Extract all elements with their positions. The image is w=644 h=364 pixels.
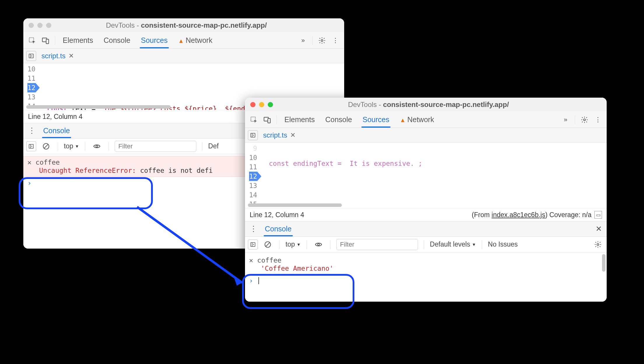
settings-icon[interactable] — [579, 114, 590, 126]
console-output[interactable]: ✕coffee 'Coffee Americano' › — [245, 252, 607, 302]
titlebar: DevTools - consistent-source-map-pc.netl… — [245, 98, 607, 112]
kebab-icon[interactable]: ⋮ — [592, 114, 604, 126]
error-icon: ✕ — [27, 159, 32, 166]
close-file-icon[interactable]: ✕ — [290, 131, 295, 139]
eval-expression: coffee — [257, 256, 281, 264]
svg-point-21 — [318, 243, 320, 245]
inspect-icon[interactable] — [248, 114, 260, 126]
show-navigator-icon[interactable] — [248, 130, 258, 140]
coverage-icon[interactable]: ▭ — [594, 211, 602, 219]
devtools-window-b: DevTools - consistent-source-map-pc.netl… — [245, 98, 607, 302]
devtools-tabs: Elements Console Sources Network » ⋮ — [245, 112, 607, 128]
devtools-tabs: Elements Console Sources Network » ⋮ — [23, 32, 344, 49]
file-tabs: script.ts✕ — [245, 128, 607, 143]
tab-sources[interactable]: Sources — [361, 112, 391, 127]
zoom-dot[interactable] — [46, 23, 51, 28]
status-bar: Line 12, Column 4 (From index.a8c1ec6b.j… — [245, 208, 607, 221]
window-title: DevTools - consistent-source-map-pc.netl… — [51, 21, 339, 29]
tab-console[interactable]: Console — [324, 112, 353, 127]
file-tab-script[interactable]: script.ts✕ — [39, 51, 76, 61]
svg-rect-13 — [268, 118, 270, 123]
svg-line-23 — [137, 207, 242, 283]
console-prompt[interactable]: › — [245, 275, 607, 287]
traffic-lights — [29, 23, 51, 28]
clear-console-icon[interactable] — [40, 140, 52, 152]
source-map-link[interactable]: index.a8c1ec6b.js — [491, 211, 545, 219]
svg-point-10 — [96, 145, 98, 147]
console-drawer-header: ⋮ Console ✕ — [245, 221, 607, 237]
error-expression: coffee — [36, 159, 60, 166]
tab-network[interactable]: Network — [399, 112, 435, 127]
kebab-icon[interactable]: ⋮ — [330, 35, 341, 46]
tab-sources[interactable]: Sources — [140, 33, 169, 48]
eval-result: 'Coffee Americano' — [249, 265, 603, 272]
tab-console[interactable]: Console — [102, 33, 132, 48]
code-editor[interactable]: 9 10 11 12 13 14 15 const endingText = I… — [245, 143, 607, 208]
filter-input[interactable] — [336, 239, 418, 250]
close-dot[interactable] — [250, 102, 256, 107]
show-navigator-icon[interactable] — [26, 51, 36, 61]
log-levels[interactable]: Def — [208, 142, 219, 150]
device-icon[interactable] — [40, 35, 51, 46]
file-tab-script[interactable]: script.ts✕ — [261, 130, 298, 140]
device-icon[interactable] — [261, 114, 273, 126]
line-gutter: 9 10 11 12 13 14 15 — [245, 143, 260, 208]
svg-point-14 — [584, 119, 586, 121]
context-selector[interactable]: top ▼ — [64, 142, 79, 150]
live-expression-icon[interactable] — [91, 140, 103, 152]
horizontal-scrollbar[interactable] — [26, 105, 171, 109]
tab-elements[interactable]: Elements — [62, 33, 94, 48]
minimize-dot[interactable] — [37, 23, 43, 28]
console-eval-row: ✕coffee 'Coffee Americano' — [245, 254, 607, 275]
inspect-icon[interactable] — [26, 35, 38, 46]
file-tabs: script.ts✕ — [23, 49, 344, 63]
svg-point-3 — [321, 39, 323, 41]
minimize-dot[interactable] — [259, 102, 264, 107]
zoom-dot[interactable] — [268, 102, 273, 107]
svg-rect-6 — [29, 144, 34, 148]
console-toolbar: top ▼ Default levels ▼ No Issues — [245, 237, 607, 252]
clear-console-icon[interactable] — [262, 239, 274, 250]
cursor-position: Line 12, Column 4 — [250, 211, 304, 219]
cursor-position: Line 12, Column 4 — [28, 113, 83, 121]
svg-rect-4 — [29, 54, 34, 58]
log-levels[interactable]: Default levels ▼ — [430, 240, 476, 248]
close-drawer-icon[interactable]: ✕ — [596, 224, 604, 233]
titlebar: DevTools - consistent-source-map-pc.netl… — [23, 18, 344, 32]
context-selector[interactable]: top ▼ — [286, 240, 301, 248]
svg-rect-15 — [251, 133, 255, 137]
close-file-icon[interactable]: ✕ — [69, 52, 74, 60]
svg-line-9 — [44, 144, 48, 148]
more-tabs-icon[interactable]: » — [297, 35, 309, 46]
code-lines: const endingText = It is expensive. ; co… — [260, 143, 607, 208]
close-dot[interactable] — [29, 23, 34, 28]
source-map-info: (From index.a8c1ec6b.js) Coverage: n/a ▭ — [472, 211, 602, 219]
svg-rect-2 — [46, 39, 49, 43]
no-issues[interactable]: No Issues — [488, 240, 518, 248]
traffic-lights — [250, 102, 273, 107]
console-drawer-tab[interactable]: Console — [264, 222, 293, 236]
console-settings-icon[interactable] — [592, 239, 604, 250]
more-tabs-icon[interactable]: » — [560, 114, 571, 126]
svg-point-22 — [597, 243, 599, 245]
tab-network[interactable]: Network — [177, 33, 214, 48]
horizontal-scrollbar[interactable] — [248, 203, 342, 207]
settings-icon[interactable] — [316, 35, 328, 46]
live-expression-icon[interactable] — [313, 239, 324, 250]
drawer-menu-icon[interactable]: ⋮ — [26, 126, 37, 135]
arrow-annotation — [131, 201, 257, 297]
console-drawer-tab[interactable]: Console — [42, 124, 71, 138]
vertical-scrollbar[interactable] — [602, 254, 606, 272]
filter-input[interactable] — [115, 141, 196, 152]
window-title: DevTools - consistent-source-map-pc.netl… — [273, 101, 601, 109]
svg-line-20 — [266, 242, 270, 246]
tab-elements[interactable]: Elements — [283, 112, 316, 127]
console-sidebar-icon[interactable] — [26, 141, 36, 151]
line-gutter: 10 11 12 13 14 — [23, 63, 38, 110]
